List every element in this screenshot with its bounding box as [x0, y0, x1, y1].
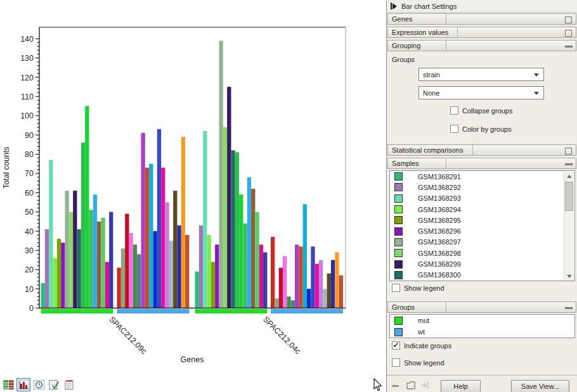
sample-color-swatch	[394, 238, 403, 246]
color-by-groups-checkbox[interactable]: Color by groups	[450, 125, 512, 133]
sample-color-swatch	[394, 260, 403, 269]
view-toolbar	[1, 377, 76, 391]
app-window: 1020304050607080901001101201301400Total …	[0, 0, 577, 392]
dock-view-icon[interactable]	[421, 381, 430, 389]
show-side-panel-icon[interactable]	[62, 378, 76, 391]
svg-text:90: 90	[25, 131, 34, 140]
svg-text:110: 110	[21, 92, 34, 101]
section-grouping[interactable]: Grouping	[387, 40, 576, 51]
sample-color-swatch	[394, 183, 403, 191]
sample-list-item[interactable]: GSM1368295	[390, 215, 574, 225]
section-samples[interactable]: Samples	[387, 158, 576, 169]
panel-title: Bar chart Settings	[401, 3, 457, 10]
collapse-section-icon[interactable]	[565, 163, 573, 165]
section-expression-values[interactable]: Expression values	[387, 27, 576, 38]
scrollbar-thumb[interactable]	[565, 182, 573, 211]
sample-list-item[interactable]: GSM1368291	[390, 171, 574, 182]
samples-show-legend-checkbox[interactable]: Show legend	[392, 284, 444, 292]
sample-color-swatch	[394, 194, 403, 203]
sample-color-swatch	[394, 271, 403, 279]
sample-list-item[interactable]: GSM1368298	[390, 248, 574, 258]
svg-text:10: 10	[25, 285, 34, 294]
svg-text:SPAC212.09c: SPAC212.09c	[107, 315, 148, 356]
subgroup-dropdown[interactable]: None	[418, 86, 544, 99]
chart-area: 1020304050607080901001101201301400Total …	[0, 0, 386, 392]
group-list-item[interactable]: wt	[390, 326, 574, 338]
mouse-cursor	[370, 378, 382, 392]
collapse-all-icon[interactable]	[392, 382, 401, 389]
svg-text:130: 130	[20, 54, 34, 63]
scroll-up-icon[interactable]	[564, 172, 574, 181]
table-view-icon[interactable]	[1, 378, 15, 391]
sample-list-item[interactable]: GSM1368296	[390, 225, 574, 236]
svg-text:20: 20	[25, 265, 34, 274]
collapse-section-icon[interactable]	[565, 307, 573, 309]
svg-text:140: 140	[20, 35, 34, 44]
sample-name: GSM1368294	[418, 206, 461, 213]
sample-name: GSM1368296	[418, 227, 461, 235]
sample-list-item[interactable]: GSM1368293	[390, 193, 574, 204]
chevron-down-icon	[534, 73, 539, 77]
group-color-swatch	[394, 328, 403, 336]
panel-header[interactable]: Bar chart Settings	[387, 0, 577, 13]
sample-name: GSM1368291	[418, 173, 461, 180]
sample-color-swatch	[394, 172, 403, 180]
panel-expander-icon[interactable]	[391, 3, 397, 9]
bar-chart-view-icon[interactable]	[16, 378, 30, 391]
history-view-icon[interactable]	[32, 378, 46, 391]
section-statistical-comparisons[interactable]: Statistical comparisons	[387, 144, 576, 156]
new-view-icon[interactable]	[406, 381, 415, 389]
collapse-section-icon[interactable]	[565, 46, 573, 47]
sample-color-swatch	[394, 249, 403, 257]
panel-bottom-bar: Help Save View...	[387, 375, 577, 392]
indicate-groups-checkbox[interactable]: Indicate groups	[392, 341, 451, 350]
expand-section-icon[interactable]	[565, 16, 572, 23]
collapse-groups-checkbox[interactable]: Collapse groups	[450, 106, 513, 115]
sample-list-item[interactable]: GSM1368294	[390, 204, 574, 215]
section-groups[interactable]: Groups	[387, 301, 576, 313]
svg-text:100: 100	[20, 111, 34, 120]
group-list-item[interactable]: mut	[390, 315, 574, 326]
svg-text:80: 80	[25, 150, 34, 159]
sample-name: GSM1368299	[418, 260, 461, 268]
sample-color-swatch	[394, 205, 403, 213]
svg-text:Genes: Genes	[181, 355, 204, 364]
svg-text:70: 70	[25, 169, 34, 178]
sample-list-item[interactable]: GSM1368300	[390, 270, 574, 281]
svg-text:60: 60	[25, 189, 34, 198]
save-view-button[interactable]: Save View...	[511, 380, 569, 392]
section-genes[interactable]: Genes	[387, 13, 576, 25]
sample-name: GSM1368297	[418, 238, 461, 246]
sample-list-item[interactable]: GSM1368299	[390, 258, 574, 269]
samples-scrollbar[interactable]	[564, 172, 574, 281]
svg-text:120: 120	[20, 73, 34, 82]
sample-list-item[interactable]: GSM1368297	[390, 237, 574, 248]
group-by-dropdown[interactable]: strain	[418, 68, 544, 81]
sample-name: GSM1368295	[418, 217, 461, 224]
scroll-down-icon[interactable]	[564, 272, 574, 281]
element-info-icon[interactable]	[47, 378, 61, 391]
groups-legend-list[interactable]: mutwt	[389, 314, 575, 338]
expand-section-icon[interactable]	[565, 148, 572, 155]
samples-list[interactable]: GSM1368291GSM1368292GSM1368293GSM1368294…	[389, 170, 575, 281]
sample-color-swatch	[394, 227, 403, 236]
sample-color-swatch	[394, 216, 403, 224]
bar-chart: 1020304050607080901001101201301400Total …	[0, 0, 386, 377]
svg-text:0: 0	[29, 304, 34, 313]
groups-show-legend-checkbox[interactable]: Show legend	[392, 358, 444, 367]
svg-text:40: 40	[25, 227, 34, 236]
sample-name: GSM1368293	[418, 194, 461, 202]
group-name: mut	[418, 317, 429, 324]
svg-text:SPAC212.04c: SPAC212.04c	[261, 315, 302, 356]
settings-panel: Bar chart Settings Genes Expression valu…	[386, 0, 577, 392]
help-button[interactable]: Help	[441, 380, 481, 392]
svg-text:30: 30	[25, 246, 34, 255]
sample-name: GSM1368300	[418, 271, 461, 279]
group-color-swatch	[394, 317, 403, 325]
sample-list-item[interactable]: GSM1368292	[390, 182, 574, 193]
svg-text:50: 50	[25, 208, 34, 217]
group-name: wt	[418, 328, 425, 336]
sample-name: GSM1368298	[418, 250, 461, 257]
svg-text:Total counts: Total counts	[2, 146, 11, 189]
expand-section-icon[interactable]	[565, 30, 572, 37]
